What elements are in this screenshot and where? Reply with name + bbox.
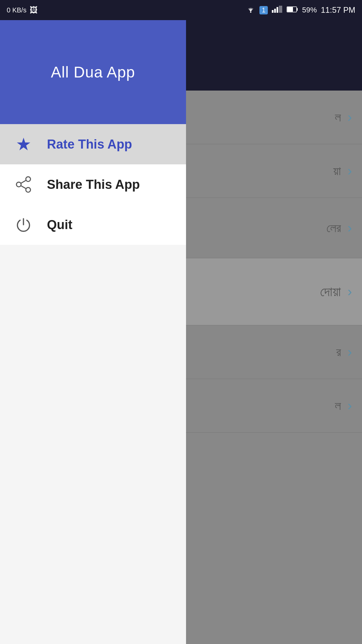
share-this-app-label: Share This App [47,177,140,192]
quit-label: Quit [47,218,72,232]
svg-point-11 [26,187,31,192]
battery-percent: 59% [302,6,317,14]
drawer-items: ★ Rate This App Share This App [0,124,186,644]
chevron-right-icon: › [348,220,352,235]
bg-list-item: লের › [186,198,362,258]
chevron-right-icon: › [348,284,352,299]
chevron-right-icon: › [348,163,352,178]
status-bar: 0 KB/s 🖼 1 [0,0,362,20]
power-icon [13,215,34,235]
wifi-icon [246,5,255,15]
share-icon [13,174,34,195]
svg-rect-2 [274,9,276,13]
time: 11:57 PM [321,5,355,15]
svg-point-0 [250,11,251,13]
chevron-right-icon: › [348,110,352,125]
image-icon: 🖼 [30,5,38,15]
bg-list: ল › য়া › লের › দোয়া › র › ল › [186,20,362,644]
svg-rect-8 [287,7,293,12]
bg-list-item: র › [186,325,362,379]
chevron-right-icon: › [348,344,352,360]
svg-point-10 [16,182,21,187]
signal-icon [272,5,283,15]
notif-badge: 1 [259,6,268,14]
chevron-right-icon: › [348,398,352,413]
quit-item[interactable]: Quit [0,205,186,245]
drawer-app-title: All Dua App [51,63,135,81]
drawer-header: All Dua App [0,20,186,124]
status-left: 0 KB/s 🖼 [7,5,38,15]
drawer-spacer [0,245,186,644]
bg-list-item: য়া › [186,144,362,198]
navigation-drawer: All Dua App ★ Rate This App Share This A… [0,20,186,644]
rate-this-app-label: Rate This App [47,137,132,152]
svg-rect-1 [272,10,274,13]
share-this-app-item[interactable]: Share This App [0,164,186,205]
bg-list-header [186,20,362,91]
bg-list-item: দোয়া › [186,258,362,325]
svg-point-9 [26,177,31,181]
bg-list-item: ল › [186,91,362,144]
network-speed: 0 KB/s [7,6,26,14]
svg-rect-5 [281,6,282,13]
svg-line-13 [21,186,26,189]
star-icon: ★ [13,134,34,154]
rate-this-app-item[interactable]: ★ Rate This App [0,124,186,164]
status-right: 1 59% 11:57 PM [246,5,355,15]
battery-icon [287,6,298,14]
svg-rect-7 [297,8,298,11]
svg-rect-4 [279,6,281,13]
svg-line-12 [21,180,26,183]
bg-list-item: ল › [186,379,362,433]
svg-rect-3 [277,7,278,13]
